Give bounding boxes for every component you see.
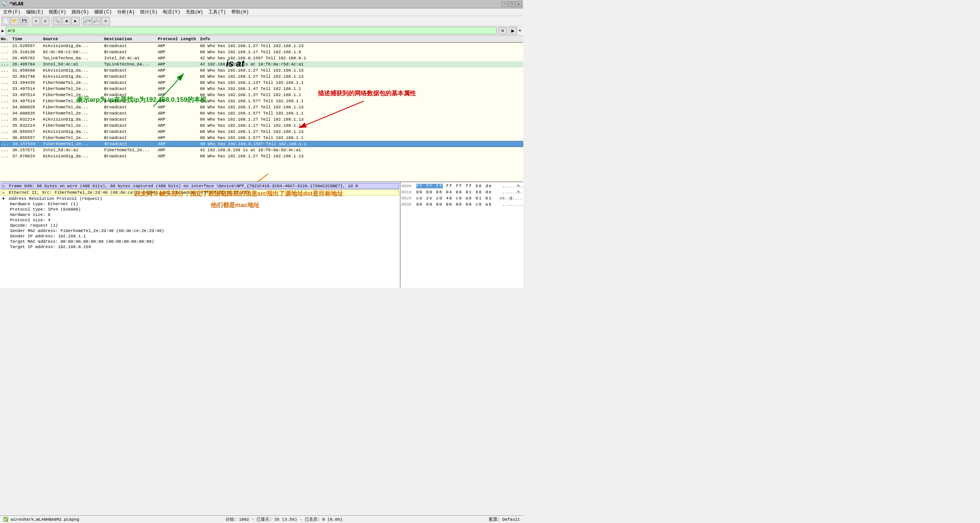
menu-wireless[interactable]: 无线(W) [183,8,206,16]
col-header-time: Time [12,37,43,41]
packet-row[interactable]: ... 33.394435 FiberhomeTel_2e... Broadca… [0,80,523,86]
cell-dest: Broadcast [104,74,158,79]
cell-proto: ARP [158,62,181,67]
cell-info: 60 Who has 192.168.1.2? Tell 192.168.1.1… [200,68,522,73]
cell-proto: ARP [158,142,181,146]
menu-tools[interactable]: 工具(T) [206,8,228,16]
filter-add-icon: + [519,28,522,34]
arp-child-row[interactable]: Sender MAC address: FiberhomeTel_2e:2d:4… [1,228,399,234]
hex-ascii: ......h. [502,183,522,189]
ethernet-detail-row[interactable]: ▷ Ethernet II, Src: FiberhomeTel_2e:2d:4… [1,190,399,196]
hex-row: 0000 ff ff ff ff ff ff 68 de ......h. [401,183,522,189]
minimize-button[interactable]: ─ [502,2,508,7]
packet-row[interactable]: ... 31.859668 HikvisionDig_da... Broadca… [0,67,523,74]
zoom-reset-button[interactable]: ⊙ [101,17,110,25]
cell-dest: Broadcast [104,68,158,73]
close-button[interactable]: ✕ [515,2,522,7]
save-button[interactable]: 💾 [20,17,28,25]
arp-detail-row[interactable]: ▼ Address Resolution Protocol (request) [1,196,399,201]
cell-no: ... [1,62,12,67]
arp-child-row[interactable]: Opcode: request (1) [1,223,399,228]
filter-clear-button[interactable]: ✕ [498,27,507,34]
open-button[interactable]: 📂 [11,17,19,25]
zoom-out-button[interactable]: 🔎- [92,17,101,25]
cell-info: 60 Who has 192.168.1.4? Tell 192.168.1.1 [200,87,522,91]
cell-info: 42 192.168.0.159 is at 10:f6:0a:5d:4c:a1 [200,148,522,152]
menu-capture[interactable]: 捕获(C) [92,8,114,16]
packet-row[interactable]: ... 26.405784 Intel_5d:4c:a1 TpLinkTechn… [0,61,523,67]
packet-row[interactable]: ... 34.008835 FiberhomeTel_da... Broadca… [0,104,523,110]
cell-time: 36.157571 [12,148,43,152]
packet-row[interactable]: ... 35.032214 HikvisionDig_da... Broadca… [0,116,523,123]
bottom-area: ▷ Frame 940: 60 bytes on wire (480 bits)… [0,181,523,288]
packet-row[interactable]: ... 33.497514 FiberhomeTel_2e... Broadca… [0,98,523,104]
menu-phone[interactable]: 电话(Y) [160,8,183,16]
arp-child-row[interactable]: Protocol type: IPv4 (0x0800) [1,207,399,212]
menu-file[interactable]: 文件(F) [1,8,23,16]
menu-stats[interactable]: 统计(S) [138,8,160,16]
packet-row[interactable]: ... 36.157544 FiberhomeTel_2e... Broadca… [0,141,523,147]
cell-source: Intel_5d:4c:a1 [43,62,104,67]
arp-child-row[interactable]: Target MAC address: 00:00:00_00:00:00 (0… [1,239,399,244]
cell-info: 60 Who has 192.168.1.2? Tell 192.168.1.1… [200,74,522,79]
cell-info: 60 Who has 192.168.1.1? Tell 192.168.1.1 [200,123,522,128]
menu-analyze[interactable]: 分析(A) [115,8,137,16]
cell-dest: Broadcast [104,44,158,48]
cell-proto: ARP [158,154,181,159]
next-button[interactable]: ▶ [71,17,80,25]
packet-row[interactable]: ... 32.882748 HikvisionDig_da... Broadca… [0,74,523,80]
cell-proto: ARP [158,87,181,91]
zoom-in-button[interactable]: 🔎+ [83,17,92,25]
cell-proto: ARP [158,111,181,116]
maximize-button[interactable]: □ [509,2,515,7]
prev-button[interactable]: ◀ [62,17,70,25]
packet-row[interactable]: ... 37.078624 HikvisionDig_da... Broadca… [0,153,523,159]
arp-child-row[interactable]: Protocol size: 4 [1,217,399,223]
packet-row[interactable]: ... 36.157571 Intel_5d:4c:a1 FiberhomeTe… [0,147,523,153]
packet-row[interactable]: ... 33.497514 FiberhomeTel_2e... Broadca… [0,86,523,92]
packet-row[interactable]: ... 21.529557 HikvisionDig_da... Broadca… [0,43,523,49]
arp-child-row[interactable]: Hardware type: Ethernet (1) [1,201,399,207]
menu-jump[interactable]: 跳转(G) [69,8,92,16]
packet-row[interactable]: ... 36.055557 HikvisionDig_da... Broadca… [0,129,523,135]
cell-dest: Broadcast [104,136,158,140]
arp-child-row[interactable]: Target IP address: 192.168.0.159 [1,244,399,250]
filter-input[interactable] [6,27,497,34]
menubar: 文件(F) 编辑(E) 视图(V) 跳转(G) 捕获(C) 分析(A) 统计(S… [0,8,523,16]
hex-row: 0010 08 00 06 04 00 01 68 de ......h. [401,189,522,195]
menu-help[interactable]: 帮助(H) [229,8,251,16]
close-capture-button[interactable]: ✕ [32,17,40,25]
cell-proto: ARP [158,117,181,122]
packet-row[interactable]: ... 25.310136 82:dc:80:c2:b9:... Broadca… [0,49,523,55]
cell-no: ... [1,74,12,79]
ethernet-detail-text: Ethernet II, Src: FiberhomeTel_2e:2d:40 … [9,190,249,195]
cell-source: TpLinkTechno_6a... [43,56,104,60]
filter-apply-button[interactable]: ▶ [509,27,517,34]
packet-row[interactable]: ... 33.497514 FiberhomeTel_2e... Broadca… [0,92,523,98]
cell-time: 32.882748 [12,74,43,79]
reload-button[interactable]: ↺ [41,17,49,25]
arp-child-row[interactable]: Hardware size: 6 [1,212,399,217]
menu-view[interactable]: 视图(V) [46,8,69,16]
cell-dest: Intel_5d:4c:a1 [104,56,158,60]
frame-detail-row[interactable]: ▷ Frame 940: 60 bytes on wire (480 bits)… [1,183,399,189]
toolbar-sep1 [30,17,30,25]
expand-eth-icon: ▷ [3,190,7,195]
main-area: No. Time Source Destination Protocol Len… [0,36,523,288]
packet-row[interactable]: ... 36.055557 FiberhomeTel_2e... Broadca… [0,135,523,141]
packet-row[interactable]: ... 26.405762 TpLinkTechno_6a... Intel_5… [0,55,523,61]
cell-time: 33.394435 [12,80,43,85]
new-button[interactable]: 📄 [2,17,10,25]
cell-no: ... [1,44,12,48]
find-button[interactable]: 🔍 [53,17,61,25]
toolbar-sep2 [51,17,51,25]
cell-no: ... [1,123,12,128]
cell-time: 36.055557 [12,129,43,134]
cell-no: ... [1,105,12,110]
cell-dest: Broadcast [104,111,158,116]
packet-row[interactable]: ... 35.032214 FiberhomeTel_2e... Broadca… [0,123,523,129]
packet-row[interactable]: ... 34.008835 FiberhomeTel_2e... Broadca… [0,110,523,116]
cell-dest: Broadcast [105,142,158,146]
arp-child-row[interactable]: Sender IP address: 192.168.1.1 [1,234,399,239]
menu-edit[interactable]: 编辑(E) [24,8,46,16]
